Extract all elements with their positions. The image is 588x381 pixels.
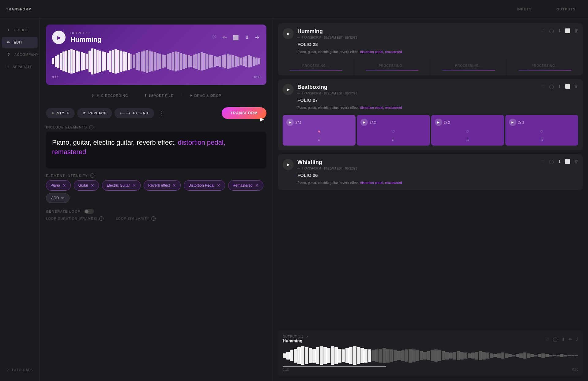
folio-27-user-button[interactable]: ◯ (549, 84, 554, 89)
folio-28-copy-button[interactable]: ⬜ (565, 28, 570, 33)
folio-27-download-button[interactable]: ⬇ (558, 84, 561, 89)
folio-27-delete-button[interactable]: 🗑 (574, 84, 578, 89)
topbar-transform: TRANSFORM (6, 7, 32, 11)
folio-27-play-button[interactable]: ▶ (283, 84, 294, 95)
tag-remove-distortion-pedal[interactable]: ✕ (217, 183, 221, 188)
tag-remove-piano[interactable]: ✕ (62, 183, 66, 188)
processing-bar-1 (289, 70, 342, 70)
edit-icon: ✏ (7, 40, 11, 45)
output-tile-27-2b[interactable]: ▶ 27.2 ♡ ⠿ (431, 115, 504, 146)
time-current: 0:12 (52, 75, 58, 79)
output-tile-27-2a[interactable]: ▶ 27.2 ♡ ⠿ (357, 115, 430, 146)
intensity-info-icon[interactable]: i (90, 173, 94, 178)
waveform-visual (52, 49, 260, 74)
folio-28-play-button[interactable]: ▶ (283, 28, 294, 39)
tile-play-27-1[interactable]: ▶ (286, 119, 294, 126)
folio-27-track: Beatboxing (297, 84, 538, 90)
bottom-share-button[interactable]: ⤴ (576, 337, 578, 342)
elements-info-icon[interactable]: i (89, 125, 93, 129)
tile-heart-27-2b[interactable]: ♡ (466, 129, 469, 134)
folio-27-link[interactable]: distortion pedal, remastered (360, 106, 402, 109)
folio-28-user-button[interactable]: ◯ (549, 28, 554, 33)
tile-play-27-2c[interactable]: ▶ (509, 119, 516, 126)
drag-drop[interactable]: ➤ DRAG & DROP (190, 93, 221, 97)
extend-button[interactable]: ⟵⟶ EXTEND (115, 108, 154, 118)
tag-electric-guitar[interactable]: Electric Guitar✕ (102, 180, 140, 191)
processing-item-4: PROCESSING... (507, 59, 583, 75)
folio-26-download-button[interactable]: ⬇ (558, 159, 561, 164)
tag-guitar[interactable]: Guitar✕ (74, 180, 99, 191)
tag-label-distortion-pedal: Distortion Pedal (188, 183, 214, 188)
sidebar-item-accompany[interactable]: 🎙 ACCOMPANY (2, 49, 38, 60)
folio-26-delete-button[interactable]: 🗑 (574, 159, 578, 164)
tile-play-27-2b[interactable]: ▶ (435, 119, 442, 126)
sidebar-tutorials[interactable]: ? TUTORIALS (2, 365, 38, 375)
tag-piano[interactable]: Piano✕ (46, 180, 71, 191)
folio-26-copy-button[interactable]: ⬜ (565, 159, 570, 164)
add-tag-button[interactable]: ADD ✏ (46, 193, 70, 203)
bottom-user-button[interactable]: ◯ (553, 337, 558, 342)
tile-label-27-2a: 27.2 (370, 121, 375, 124)
folio-26-link[interactable]: distortion pedal, remastered (360, 181, 402, 185)
more-options-button[interactable]: ✛ (254, 33, 260, 42)
folio-27-like-button[interactable]: ♡ (541, 84, 545, 89)
elements-textarea[interactable]: Piano, guitar, electric guitar, reverb e… (46, 132, 266, 169)
tile-heart-27-2c[interactable]: ♡ (540, 129, 544, 134)
mic-recording[interactable]: 🎙 MIC RECORDING (91, 94, 128, 97)
output-tile-27-1[interactable]: ▶ 27.1 ♥ ⠿ (283, 115, 356, 146)
style-button[interactable]: ✦ STYLE (46, 108, 75, 118)
tag-reverb-effect[interactable]: Reverb effect✕ (144, 180, 181, 191)
sidebar-item-create[interactable]: ✦ CREATE (2, 25, 38, 36)
output-tile-27-2c[interactable]: ▶ 27.2 ♡ ⠿ (505, 115, 578, 146)
tags-container: Piano✕Guitar✕Electric Guitar✕Reverb effe… (46, 180, 266, 191)
like-button[interactable]: ♡ (211, 33, 218, 42)
folio-28-delete-button[interactable]: 🗑 (574, 28, 578, 33)
folio-26-like-button[interactable]: ♡ (541, 159, 545, 164)
accompany-icon: 🎙 (7, 52, 11, 57)
tile-play-27-2a[interactable]: ▶ (360, 119, 368, 126)
generate-loop-toggle[interactable] (84, 209, 94, 214)
edit-button[interactable]: ✏ (221, 33, 228, 42)
tag-remove-electric-guitar[interactable]: ✕ (132, 183, 136, 188)
toolbar-more-button[interactable]: ⋮ (156, 109, 167, 118)
sidebar-item-edit[interactable]: ✏ EDIT (2, 37, 38, 48)
folio-28-processing-row: PROCESSING... PROCESSING... PROCESSING..… (278, 59, 583, 75)
waveform-card: ▶ OUTPUT 1.1 Humming ♡ ✏ ⬜ ⬇ ✛ 0:12 0:30 (46, 25, 266, 85)
tag-label-guitar: Guitar (78, 183, 89, 188)
bottom-time-total: 0:30 (572, 368, 578, 371)
folio-28-like-button[interactable]: ♡ (541, 28, 545, 33)
import-file[interactable]: ⬆ IMPORT FILE (144, 93, 174, 97)
folio-26-user-button[interactable]: ◯ (549, 159, 554, 164)
tag-distortion-pedal[interactable]: Distortion Pedal✕ (184, 180, 225, 191)
loop-duration-info-icon[interactable]: i (99, 216, 104, 221)
tile-heart-27-1[interactable]: ♥ (318, 129, 320, 134)
tag-remove-guitar[interactable]: ✕ (91, 183, 94, 188)
sidebar-item-separate[interactable]: ⑂ SEPARATE (2, 61, 38, 72)
sidebar: ✦ CREATE ✏ EDIT 🎙 ACCOMPANY ⑂ SEPARATE ?… (0, 18, 40, 381)
loop-duration-label: LOOP DURATION (FRAMES) i (46, 216, 104, 221)
folio-26-play-button[interactable]: ▶ (283, 159, 294, 170)
bottom-like-button[interactable]: ♡ (545, 337, 549, 342)
bottom-output-header: OUTPUT 1.1 ↗ Humming ♡ ◯ ⬇ ✏ ⤴ (283, 335, 578, 343)
folio-28-link[interactable]: distortion pedal, remastered (360, 50, 402, 54)
tile-heart-27-2a[interactable]: ♡ (391, 129, 395, 134)
bottom-download-button[interactable]: ⬇ (561, 337, 565, 342)
tag-remove-remastered[interactable]: ✕ (255, 183, 259, 188)
track-info: OUTPUT 1.1 Humming (70, 32, 206, 44)
tag-remastered[interactable]: Remastered✕ (228, 180, 263, 191)
pen-icon-27: ✏ (297, 92, 300, 95)
processing-item-2: PROCESSING... (354, 59, 431, 75)
download-button[interactable]: ⬇ (244, 33, 250, 42)
bottom-output-actions: ♡ ◯ ⬇ ✏ ⤴ (545, 337, 578, 342)
bottom-edit-button[interactable]: ✏ (569, 337, 572, 342)
main-play-button[interactable]: ▶ (52, 31, 66, 44)
bottom-progress-bar[interactable] (283, 366, 386, 367)
replace-button[interactable]: ⟳ REPLACE (77, 108, 112, 118)
transform-button[interactable]: TRANSFORM (222, 107, 266, 119)
gen-options: LOOP DURATION (FRAMES) i LOOP SIMILARITY… (46, 216, 266, 221)
folio-27-copy-button[interactable]: ⬜ (565, 84, 570, 89)
tag-remove-reverb-effect[interactable]: ✕ (172, 183, 176, 188)
save-button[interactable]: ⬜ (232, 33, 240, 42)
loop-similarity-info-icon[interactable]: i (151, 216, 156, 221)
folio-28-download-button[interactable]: ⬇ (558, 28, 561, 33)
